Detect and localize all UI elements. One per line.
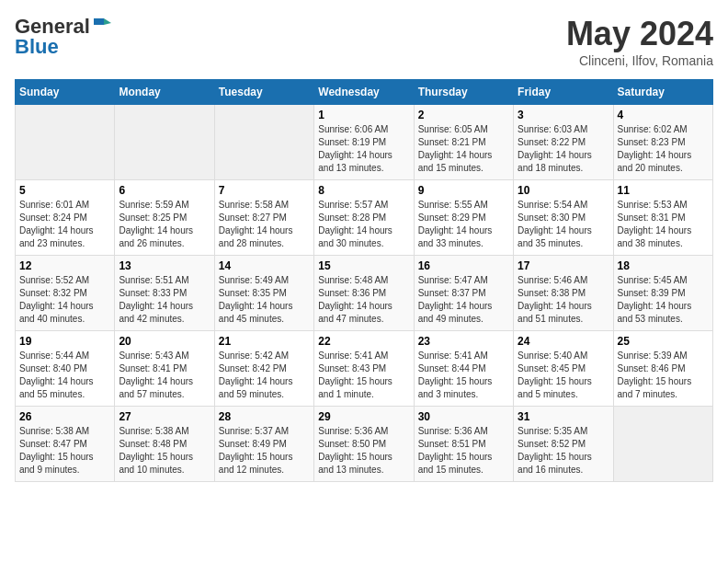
day-content: Sunrise: 6:05 AM Sunset: 8:21 PM Dayligh… (418, 123, 509, 175)
day-content: Sunrise: 5:44 AM Sunset: 8:40 PM Dayligh… (19, 350, 110, 401)
day-number: 7 (219, 184, 310, 197)
day-number: 28 (219, 410, 310, 423)
calendar-header: SundayMondayTuesdayWednesdayThursdayFrid… (16, 80, 713, 105)
calendar-table: SundayMondayTuesdayWednesdayThursdayFrid… (15, 79, 713, 482)
svg-marker-1 (104, 18, 111, 25)
day-content: Sunrise: 5:53 AM Sunset: 8:31 PM Dayligh… (618, 199, 709, 250)
day-content: Sunrise: 5:48 AM Sunset: 8:36 PM Dayligh… (318, 274, 409, 326)
day-content: Sunrise: 5:38 AM Sunset: 8:48 PM Dayligh… (119, 425, 210, 477)
calendar-week-2: 5Sunrise: 6:01 AM Sunset: 8:24 PM Daylig… (16, 180, 713, 256)
calendar-cell: 16Sunrise: 5:47 AM Sunset: 8:37 PM Dayli… (414, 256, 513, 331)
day-number: 8 (318, 184, 409, 197)
weekday-header-saturday: Saturday (613, 80, 712, 105)
calendar-cell (115, 105, 214, 180)
day-content: Sunrise: 5:45 AM Sunset: 8:39 PM Dayligh… (618, 274, 709, 326)
calendar-cell: 28Sunrise: 5:37 AM Sunset: 8:49 PM Dayli… (214, 407, 313, 482)
day-content: Sunrise: 6:01 AM Sunset: 8:24 PM Dayligh… (19, 199, 110, 250)
calendar-cell: 26Sunrise: 5:38 AM Sunset: 8:47 PM Dayli… (16, 407, 115, 482)
day-number: 23 (418, 335, 509, 348)
day-number: 9 (418, 184, 509, 197)
day-number: 5 (19, 184, 110, 197)
day-content: Sunrise: 5:42 AM Sunset: 8:42 PM Dayligh… (219, 350, 310, 401)
day-number: 21 (219, 335, 310, 348)
weekday-header-sunday: Sunday (16, 80, 115, 105)
day-number: 24 (518, 335, 609, 348)
day-content: Sunrise: 5:51 AM Sunset: 8:33 PM Dayligh… (119, 274, 210, 326)
calendar-week-1: 1Sunrise: 6:06 AM Sunset: 8:19 PM Daylig… (16, 105, 713, 180)
day-content: Sunrise: 5:36 AM Sunset: 8:50 PM Dayligh… (318, 425, 409, 477)
calendar-cell: 1Sunrise: 6:06 AM Sunset: 8:19 PM Daylig… (314, 105, 414, 180)
weekday-header-thursday: Thursday (414, 80, 513, 105)
calendar-cell: 12Sunrise: 5:52 AM Sunset: 8:32 PM Dayli… (16, 256, 115, 331)
page-header: General Blue May 2024 Clinceni, Ilfov, R… (15, 15, 713, 68)
calendar-cell: 24Sunrise: 5:40 AM Sunset: 8:45 PM Dayli… (514, 331, 613, 407)
day-content: Sunrise: 5:39 AM Sunset: 8:46 PM Dayligh… (618, 350, 709, 401)
day-content: Sunrise: 5:49 AM Sunset: 8:35 PM Dayligh… (219, 274, 310, 326)
day-content: Sunrise: 5:55 AM Sunset: 8:29 PM Dayligh… (418, 199, 509, 250)
day-number: 14 (219, 259, 310, 272)
calendar-cell: 21Sunrise: 5:42 AM Sunset: 8:42 PM Dayli… (214, 331, 313, 407)
calendar-cell (214, 105, 313, 180)
day-number: 17 (518, 259, 609, 272)
day-number: 3 (518, 109, 609, 121)
day-content: Sunrise: 5:46 AM Sunset: 8:38 PM Dayligh… (518, 274, 609, 326)
logo-flag-icon (91, 16, 111, 36)
day-number: 1 (318, 109, 409, 121)
day-number: 25 (618, 335, 709, 348)
day-content: Sunrise: 5:36 AM Sunset: 8:51 PM Dayligh… (418, 425, 509, 477)
calendar-location: Clinceni, Ilfov, Romania (566, 53, 713, 68)
calendar-cell: 10Sunrise: 5:54 AM Sunset: 8:30 PM Dayli… (514, 180, 613, 256)
day-number: 29 (318, 410, 409, 423)
calendar-cell: 30Sunrise: 5:36 AM Sunset: 8:51 PM Dayli… (414, 407, 513, 482)
day-content: Sunrise: 5:41 AM Sunset: 8:43 PM Dayligh… (318, 350, 409, 401)
calendar-cell: 25Sunrise: 5:39 AM Sunset: 8:46 PM Dayli… (613, 331, 712, 407)
day-number: 26 (19, 410, 110, 423)
day-content: Sunrise: 5:41 AM Sunset: 8:44 PM Dayligh… (418, 350, 509, 401)
day-content: Sunrise: 6:03 AM Sunset: 8:22 PM Dayligh… (518, 123, 609, 175)
calendar-body: 1Sunrise: 6:06 AM Sunset: 8:19 PM Daylig… (16, 105, 713, 482)
weekday-header-wednesday: Wednesday (314, 80, 414, 105)
calendar-cell: 17Sunrise: 5:46 AM Sunset: 8:38 PM Dayli… (514, 256, 613, 331)
calendar-title: May 2024 (566, 15, 713, 53)
calendar-cell (613, 407, 712, 482)
calendar-cell: 3Sunrise: 6:03 AM Sunset: 8:22 PM Daylig… (514, 105, 613, 180)
calendar-cell: 2Sunrise: 6:05 AM Sunset: 8:21 PM Daylig… (414, 105, 513, 180)
calendar-cell: 29Sunrise: 5:36 AM Sunset: 8:50 PM Dayli… (314, 407, 414, 482)
weekday-header-monday: Monday (115, 80, 214, 105)
weekday-header-tuesday: Tuesday (214, 80, 313, 105)
calendar-week-5: 26Sunrise: 5:38 AM Sunset: 8:47 PM Dayli… (16, 407, 713, 482)
calendar-cell: 20Sunrise: 5:43 AM Sunset: 8:41 PM Dayli… (115, 331, 214, 407)
day-content: Sunrise: 5:57 AM Sunset: 8:28 PM Dayligh… (318, 199, 409, 250)
day-content: Sunrise: 5:40 AM Sunset: 8:45 PM Dayligh… (518, 350, 609, 401)
calendar-cell: 18Sunrise: 5:45 AM Sunset: 8:39 PM Dayli… (613, 256, 712, 331)
calendar-cell: 19Sunrise: 5:44 AM Sunset: 8:40 PM Dayli… (16, 331, 115, 407)
day-number: 18 (618, 259, 709, 272)
day-number: 11 (618, 184, 709, 197)
calendar-cell: 22Sunrise: 5:41 AM Sunset: 8:43 PM Dayli… (314, 331, 414, 407)
day-content: Sunrise: 5:47 AM Sunset: 8:37 PM Dayligh… (418, 274, 509, 326)
day-content: Sunrise: 5:43 AM Sunset: 8:41 PM Dayligh… (119, 350, 210, 401)
day-number: 22 (318, 335, 409, 348)
day-number: 2 (418, 109, 509, 121)
title-section: May 2024 Clinceni, Ilfov, Romania (566, 15, 713, 68)
day-content: Sunrise: 5:54 AM Sunset: 8:30 PM Dayligh… (518, 199, 609, 250)
day-content: Sunrise: 5:38 AM Sunset: 8:47 PM Dayligh… (19, 425, 110, 477)
calendar-cell: 15Sunrise: 5:48 AM Sunset: 8:36 PM Dayli… (314, 256, 414, 331)
calendar-cell: 4Sunrise: 6:02 AM Sunset: 8:23 PM Daylig… (613, 105, 712, 180)
day-number: 27 (119, 410, 210, 423)
day-number: 16 (418, 259, 509, 272)
calendar-cell: 9Sunrise: 5:55 AM Sunset: 8:29 PM Daylig… (414, 180, 513, 256)
weekday-header-friday: Friday (514, 80, 613, 105)
calendar-cell: 7Sunrise: 5:58 AM Sunset: 8:27 PM Daylig… (214, 180, 313, 256)
day-number: 19 (19, 335, 110, 348)
day-content: Sunrise: 5:37 AM Sunset: 8:49 PM Dayligh… (219, 425, 310, 477)
calendar-cell: 5Sunrise: 6:01 AM Sunset: 8:24 PM Daylig… (16, 180, 115, 256)
logo-blue: Blue (15, 35, 59, 59)
day-number: 31 (518, 410, 609, 423)
calendar-cell: 6Sunrise: 5:59 AM Sunset: 8:25 PM Daylig… (115, 180, 214, 256)
day-number: 30 (418, 410, 509, 423)
day-number: 4 (618, 109, 709, 121)
day-content: Sunrise: 6:02 AM Sunset: 8:23 PM Dayligh… (618, 123, 709, 175)
day-content: Sunrise: 5:59 AM Sunset: 8:25 PM Dayligh… (119, 199, 210, 250)
calendar-week-4: 19Sunrise: 5:44 AM Sunset: 8:40 PM Dayli… (16, 331, 713, 407)
